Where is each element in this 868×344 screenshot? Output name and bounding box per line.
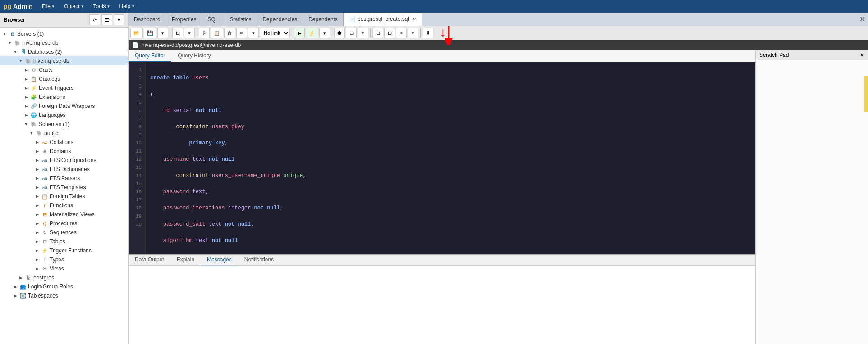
sidebar-item-login-group-roles[interactable]: ▶ 👥 Login/Group Roles [0,282,128,291]
sidebar-item-servers[interactable]: ▼ 🖥 Servers (1) [0,29,128,38]
sidebar-item-postgres[interactable]: ▶ 🗄 postgres [0,273,128,282]
sidebar-item-event-triggers[interactable]: ▶ ⚡ Event Triggers [0,84,128,93]
tab-dependencies[interactable]: Dependencies [257,13,303,26]
sidebar-item-collations[interactable]: ▶ AZ Collations [0,138,128,147]
arrow-server-hivemq: ▼ [7,40,13,46]
arrow-views: ▶ [34,266,40,271]
code-editor[interactable]: 1 2 3 4 5 6 7 8 9 10 11 12 13 [129,62,755,254]
copy-sql-btn[interactable]: ⊞ [384,28,395,38]
sidebar-item-catalogs[interactable]: ▶ 📋 Catalogs [0,74,128,84]
tab-close-panel[interactable]: ✕ [857,13,868,26]
bottom-tab-notifications[interactable]: Notifications [238,255,280,265]
format-dropdown-btn[interactable]: ▾ [408,28,418,38]
bottom-tab-explain[interactable]: Explain [170,255,201,265]
sidebar-refresh-btn[interactable]: ⟳ [89,14,100,25]
sep4 [332,28,332,37]
delete-btn[interactable]: 🗑 [224,28,235,38]
copy-rows-btn[interactable]: ⊟ [372,28,383,38]
menu-tools[interactable]: Tools ▼ [90,2,114,10]
sidebar-item-foreign-data-wrappers[interactable]: ▶ 🔗 Foreign Data Wrappers [0,102,128,111]
format-btn[interactable]: ✒ [396,28,407,38]
menu-object[interactable]: Object ▼ [60,2,88,10]
arrow-procedures: ▶ [34,221,40,226]
sidebar-item-types[interactable]: ▶ T Types [0,255,128,264]
sidebar-item-views[interactable]: ▶ 👁 Views [0,264,128,273]
sub-tab-query-editor[interactable]: Query Editor [129,50,171,62]
sidebar-item-tablespaces[interactable]: ▶ 💽 Tablespaces [0,291,128,300]
sidebar-item-fts-parsers[interactable]: ▶ Aa FTS Parsers [0,174,128,183]
fts-dictionaries-label: FTS Dictionaries [50,166,126,172]
servers-icon: 🖥 [9,30,16,37]
extensions-label: Extensions [39,94,126,100]
sidebar-item-schemas[interactable]: ▼ 🐘 Schemas (1) [0,120,128,129]
find-btn[interactable]: ⊞ [172,28,183,38]
menu-help[interactable]: Help ▼ [115,2,138,10]
sidebar-item-foreign-tables[interactable]: ▶ 📋 Foreign Tables [0,192,128,201]
save-file-btn[interactable]: 💾 [144,28,156,38]
sidebar-item-casts[interactable]: ▶ ⚙ Casts [0,65,128,74]
sidebar-item-fts-configurations[interactable]: ▶ Aa FTS Configurations [0,156,128,165]
edit-dropdown-btn[interactable]: ▾ [248,28,259,38]
sub-tab-query-history[interactable]: Query History [171,50,217,62]
bottom-tab-messages[interactable]: Messages [201,255,238,265]
sidebar-header: Browser ⟳ ☰ ▼ [0,13,128,28]
ln-4: 4 [129,90,145,98]
conn-bar-wrapper: 📄 hivemq-ese-db/postgres@hivemq-ese-db ↑ [129,40,868,50]
db-hivemq-icon: 🐘 [25,57,32,65]
arrow-public: ▼ [29,130,34,136]
code-line-10: password_salt text not null, [150,220,751,228]
sidebar-item-trigger-functions[interactable]: ▶ ⚡ Trigger Functions [0,246,128,255]
rollback-btn[interactable]: ⊟ [346,28,357,38]
messages-content [129,266,755,344]
save-as-btn[interactable]: ▾ [157,28,168,38]
arrow-roles: ▶ [13,284,18,289]
bottom-tab-data-output[interactable]: Data Output [129,255,170,265]
sidebar-item-fts-dictionaries[interactable]: ▶ Aa FTS Dictionaries [0,165,128,174]
sidebar-item-sequences[interactable]: ▶ ↻ Sequences [0,228,128,237]
tab-sql[interactable]: SQL [202,13,224,26]
tab-dashboard[interactable]: Dashboard [129,13,166,26]
tab-query-file-close[interactable]: ✕ [413,17,416,22]
scratch-pad-close[interactable]: ✕ [860,52,864,58]
code-content[interactable]: create table users ( id serial not null … [146,62,755,254]
arrow-types: ▶ [34,257,40,262]
sidebar-item-public[interactable]: ▼ 🐘 public [0,129,128,138]
sidebar-item-db-hivemq[interactable]: ▼ 🐘 hivemq-ese-db [0,56,128,65]
sidebar-item-languages[interactable]: ▶ 🌐 Languages [0,111,128,120]
sidebar-list-btn[interactable]: ☰ [101,14,112,25]
row-limit-select[interactable]: No limit 100 1000 [260,28,290,38]
txn-dropdown-btn[interactable]: ▾ [358,28,368,38]
sidebar-item-tables[interactable]: ▶ ⊞ Tables [0,237,128,246]
arrow-schemas: ▼ [23,121,29,127]
scratch-pad: Scratch Pad ✕ [755,50,868,344]
copy-btn[interactable]: ⎘ [199,28,210,38]
edit-btn[interactable]: ✏ [236,28,247,38]
find-dropdown-btn[interactable]: ▾ [184,28,195,38]
sidebar-item-databases[interactable]: ▼ 🗄 Databases (2) [0,47,128,56]
tab-statistics[interactable]: Statistics [224,13,257,26]
sidebar-item-procedures[interactable]: ▶ {} Procedures [0,219,128,228]
menu-file[interactable]: File ▼ [38,2,59,10]
sidebar-item-extensions[interactable]: ▶ 🧩 Extensions [0,93,128,102]
tab-query-file[interactable]: 📄 postgresql_create.sql ✕ [344,13,422,26]
commit-btn[interactable]: ⬢ [334,28,345,38]
sidebar-item-functions[interactable]: ▶ ƒ Functions [0,201,128,210]
run-dropdown-btn[interactable]: ▾ [319,28,330,38]
sidebar-item-server-hivemq[interactable]: ▼ 🐘 hivemq-ese-db [0,38,128,47]
arrow-mat-views: ▶ [34,212,40,217]
sidebar-item-materialized-views[interactable]: ▶ ⊞ Materialized Views [0,210,128,219]
tab-properties[interactable]: Properties [166,13,202,26]
arrow-collations: ▶ [34,139,40,145]
open-file-btn[interactable]: 📂 [130,28,143,38]
run-btn[interactable]: ▶ [294,28,305,38]
event-triggers-icon: ⚡ [30,84,37,92]
sidebar-item-domains[interactable]: ▶ ◈ Domains [0,147,128,156]
scratch-pad-title: Scratch Pad [759,52,789,58]
sidebar-item-fts-templates[interactable]: ▶ Aa FTS Templates [0,183,128,192]
tab-dependents[interactable]: Dependents [303,13,344,26]
download-btn[interactable]: ⬇ [423,28,433,38]
run-lightning-btn[interactable]: ⚡ [306,28,318,38]
fts-parsers-icon: Aa [41,175,48,182]
sidebar-filter-btn[interactable]: ▼ [114,14,124,25]
paste-btn[interactable]: 📋 [211,28,223,38]
